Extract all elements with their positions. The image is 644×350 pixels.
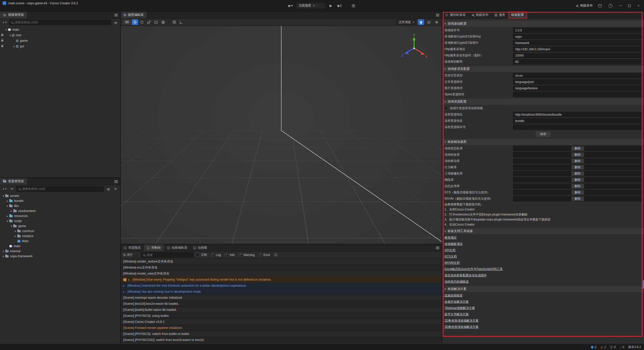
section-header[interactable]: ▾框架解决方案 bbox=[442, 286, 644, 292]
field-input[interactable]: 10000 bbox=[513, 53, 642, 58]
scene-select[interactable]: 当前场景 ▾ bbox=[296, 3, 326, 9]
chevron-right-icon[interactable]: ▸ bbox=[6, 214, 9, 218]
maximize-button[interactable] bbox=[627, 3, 632, 8]
field-input[interactable]: 1.0.5 bbox=[513, 28, 642, 33]
checkbox[interactable] bbox=[239, 253, 242, 256]
assets-filter-button[interactable] bbox=[106, 186, 111, 192]
doc-link[interactable]: 教程项目 bbox=[445, 236, 457, 240]
chevron-right-icon[interactable]: ▸ bbox=[2, 250, 5, 253]
delete-module-button[interactable]: 删除 bbox=[571, 165, 584, 170]
asset-item[interactable]: TSMain bbox=[0, 239, 120, 244]
field-input[interactable]: bundle bbox=[513, 118, 642, 123]
scene-camera-button[interactable] bbox=[426, 19, 432, 25]
log-entry[interactable]: [Window] render_texture文件夹存在 bbox=[121, 258, 442, 265]
log-entry[interactable]: [Scene] Cocos Creator v3.8.2 bbox=[121, 319, 442, 325]
scale-tool-button[interactable] bbox=[146, 19, 152, 25]
log-entry[interactable]: [Scene] [bullet]:bullet wasm lib loaded. bbox=[121, 307, 442, 313]
doc-link[interactable]: API文档 bbox=[445, 248, 455, 252]
regex-checkbox[interactable] bbox=[196, 253, 199, 256]
field-input[interactable]: oops bbox=[513, 34, 642, 39]
chevron-down-icon[interactable]: ▾ bbox=[4, 28, 8, 31]
tab-assets[interactable]: 资源管理器 bbox=[0, 178, 27, 185]
doc-link[interactable]: ECS文档 bbox=[445, 254, 457, 259]
log-entry[interactable]: [Scene] Forward render pipeline initiali… bbox=[121, 325, 442, 331]
log-entry[interactable]: [Scene] [PHYSICS]: switch from builtin t… bbox=[121, 331, 442, 337]
log-entry[interactable]: !▸[Window] [Vue warn]: Property "onInput… bbox=[121, 277, 442, 283]
chevron-right-icon[interactable]: ▸ bbox=[6, 199, 9, 203]
rect-tool-button[interactable] bbox=[153, 19, 159, 25]
checkbox[interactable] bbox=[225, 253, 228, 256]
section-header[interactable]: ▾游戏多语言配置 bbox=[442, 66, 644, 72]
log-entry[interactable]: [Scene] [PHYSICS2D]: switch from box2d-w… bbox=[121, 337, 442, 343]
orientation-gizmo[interactable]: Y X Z bbox=[400, 34, 428, 62]
doc-link[interactable]: Excel格式转Json文件与TypeScript代码工具 bbox=[445, 267, 503, 271]
tab-build[interactable]: 构建发布 bbox=[469, 12, 492, 18]
snap-grid-button[interactable] bbox=[171, 19, 177, 25]
hierarchy-node[interactable]: ▾root bbox=[0, 32, 120, 38]
asset-item[interactable]: ▸seedrandom bbox=[0, 208, 120, 213]
hierarchy-node[interactable]: ▸gui bbox=[0, 43, 120, 49]
chevron-down-icon[interactable]: ▾ bbox=[6, 220, 9, 223]
log-filter-warning[interactable]: Warning bbox=[239, 253, 255, 257]
step-button[interactable]: ▶ bbox=[336, 3, 343, 9]
asset-item[interactable]: main bbox=[0, 244, 120, 249]
expand-icon[interactable]: ▸ bbox=[128, 278, 131, 281]
panel-menu-icon[interactable] bbox=[436, 15, 439, 15]
scene-settings-button[interactable]: ⚙ bbox=[433, 19, 440, 25]
close-button[interactable]: × bbox=[636, 3, 641, 8]
scene-light-toggle[interactable] bbox=[418, 19, 424, 25]
field-input[interactable]: framework bbox=[513, 40, 642, 46]
hierarchy-node[interactable]: ▾main bbox=[0, 27, 120, 32]
build-publish-button[interactable]: 构建发布 bbox=[576, 4, 593, 8]
expand-icon[interactable]: ▸ bbox=[123, 284, 126, 287]
chevron-right-icon[interactable]: ▸ bbox=[14, 230, 17, 233]
asset-item[interactable]: ▾script bbox=[0, 218, 120, 224]
asset-item[interactable]: ▸bundle bbox=[0, 198, 120, 203]
log-entry[interactable]: [Scene] [PHYSICS]: using builtin. bbox=[121, 313, 442, 319]
regex-toggle[interactable]: 正则 bbox=[196, 253, 207, 257]
doc-link[interactable]: 新手引导解决方案 bbox=[445, 312, 469, 317]
checkbox[interactable] bbox=[211, 253, 214, 256]
section-header[interactable]: ▾框架模块裁剪 bbox=[442, 139, 644, 145]
hierarchy-search-input[interactable] bbox=[15, 21, 109, 24]
console-tab[interactable]: 动画编辑器 bbox=[164, 244, 190, 251]
move-tool-button[interactable] bbox=[132, 19, 138, 25]
log-filter-error[interactable]: Error bbox=[259, 253, 270, 257]
minimize-button[interactable] bbox=[618, 3, 623, 8]
error-counter[interactable]: × 0 bbox=[610, 345, 616, 349]
asset-item[interactable]: ▸resources bbox=[0, 213, 120, 218]
create-asset-button[interactable]: + ▾ bbox=[2, 186, 7, 192]
log-filter-log[interactable]: Log bbox=[211, 253, 221, 257]
message-counter[interactable]: 3 bbox=[591, 345, 596, 349]
tab-hierarchy[interactable]: 层级管理器 bbox=[0, 12, 27, 18]
snap-angle-button[interactable] bbox=[178, 19, 184, 25]
log-filter-info[interactable]: Info bbox=[225, 253, 235, 257]
asset-item[interactable]: ▸internal bbox=[0, 249, 120, 254]
preview-platform-button[interactable]: ▾ bbox=[287, 3, 294, 9]
doc-link[interactable]: MVVM文档 bbox=[445, 261, 460, 265]
field-input[interactable]: language/json bbox=[513, 79, 642, 84]
field-input[interactable]: 60 bbox=[513, 59, 642, 64]
section-header[interactable]: ▾游戏基础配置 bbox=[442, 21, 644, 27]
checkbox[interactable] bbox=[445, 107, 448, 110]
field-input[interactable]: zh,en bbox=[513, 73, 642, 78]
asset-item[interactable]: ▸initialize bbox=[0, 234, 120, 239]
console-search-input[interactable] bbox=[146, 253, 192, 257]
mode-3d-toggle[interactable]: 3D bbox=[123, 20, 131, 25]
clear-console-button[interactable]: 清空 bbox=[123, 252, 133, 258]
log-entry[interactable]: ▸[Window] You are running Vue in develop… bbox=[121, 289, 442, 295]
tab-inspector[interactable]: 属性检查器 bbox=[442, 12, 469, 18]
create-node-button[interactable]: + ▾ bbox=[2, 20, 7, 25]
package-manager-button[interactable] bbox=[597, 3, 603, 9]
log-entry[interactable]: [Scene] [box2d]:box2d wasm lib loaded. bbox=[121, 301, 442, 307]
tab-service[interactable]: 服务 bbox=[492, 12, 508, 18]
chevron-right-icon[interactable]: ▸ bbox=[12, 45, 16, 48]
rotate-tool-button[interactable] bbox=[139, 19, 145, 25]
field-input[interactable]: http://localhost:8083/assets/bundle bbox=[513, 112, 642, 117]
field-input[interactable] bbox=[513, 92, 642, 97]
remote-load-toggle[interactable]: 游戏中资源是否远程加载 bbox=[442, 105, 644, 111]
section-header[interactable]: ▾游戏资源配置 bbox=[442, 99, 644, 105]
tab-framework-config[interactable]: 框架配置 bbox=[508, 12, 527, 18]
delete-module-button[interactable]: 删除 bbox=[571, 171, 584, 176]
doc-link[interactable]: 原生包热更新配置自动生成插件 bbox=[445, 273, 487, 278]
